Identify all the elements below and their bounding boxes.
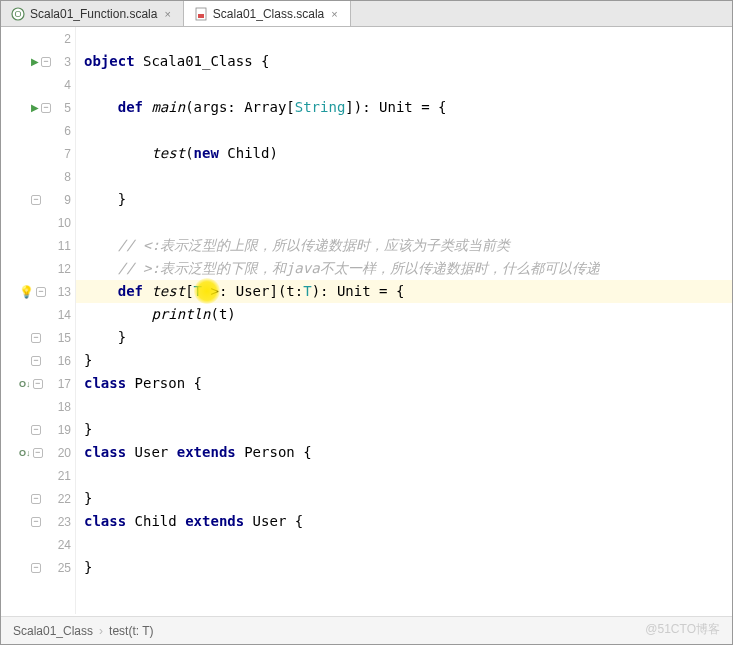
code-line[interactable]: test(new Child) [76, 142, 732, 165]
tab-label: Scala01_Class.scala [213, 7, 324, 21]
tab-function[interactable]: O Scala01_Function.scala × [1, 1, 184, 26]
svg-text:O: O [14, 9, 21, 19]
code-line[interactable] [76, 395, 732, 418]
close-icon[interactable]: × [162, 8, 172, 20]
line-number: 24 [47, 538, 71, 552]
breadcrumb: Scala01_Class › test(t: T) [1, 616, 732, 644]
gutter: 2 3▶− 4 5▶− 6 7 8 9− 10 11 12 13💡− 14 15… [1, 27, 76, 614]
fold-icon[interactable]: − [31, 517, 41, 527]
fold-icon[interactable]: − [31, 356, 41, 366]
fold-icon[interactable]: − [31, 195, 41, 205]
code-line[interactable]: } [76, 326, 732, 349]
code-line[interactable] [76, 165, 732, 188]
code-area[interactable]: object Scala01_Class { def main(args: Ar… [76, 27, 732, 614]
line-number: 11 [47, 239, 71, 253]
scala-object-icon: O [11, 7, 25, 21]
code-line[interactable] [76, 464, 732, 487]
code-line[interactable]: } [76, 349, 732, 372]
code-line[interactable]: } [76, 418, 732, 441]
code-line[interactable]: class Child extends User { [76, 510, 732, 533]
fold-icon[interactable]: − [31, 425, 41, 435]
line-number: 6 [47, 124, 71, 138]
breadcrumb-item[interactable]: Scala01_Class [13, 624, 93, 638]
editor: 2 3▶− 4 5▶− 6 7 8 9− 10 11 12 13💡− 14 15… [1, 27, 732, 614]
run-icon[interactable]: ▶ [31, 56, 39, 67]
code-line[interactable] [76, 211, 732, 234]
code-line[interactable]: class Person { [76, 372, 732, 395]
code-line[interactable] [76, 73, 732, 96]
fold-icon[interactable]: − [36, 287, 46, 297]
run-icon[interactable]: ▶ [31, 102, 39, 113]
code-line[interactable]: } [76, 188, 732, 211]
fold-icon[interactable]: − [31, 494, 41, 504]
line-number: 12 [47, 262, 71, 276]
line-number: 14 [47, 308, 71, 322]
line-number: 18 [47, 400, 71, 414]
line-number: 10 [47, 216, 71, 230]
fold-icon[interactable]: − [41, 57, 51, 67]
fold-icon[interactable]: − [33, 448, 43, 458]
chevron-right-icon: › [99, 624, 103, 638]
line-number: 7 [47, 147, 71, 161]
line-number: 2 [47, 32, 71, 46]
code-line[interactable]: println(t) [76, 303, 732, 326]
code-line[interactable] [76, 27, 732, 50]
line-number: 4 [47, 78, 71, 92]
line-number: 21 [47, 469, 71, 483]
bulb-icon[interactable]: 💡 [19, 285, 34, 299]
tab-class[interactable]: Scala01_Class.scala × [184, 1, 351, 26]
line-number: 8 [47, 170, 71, 184]
tab-bar: O Scala01_Function.scala × Scala01_Class… [1, 1, 732, 27]
svg-rect-3 [198, 14, 204, 18]
breadcrumb-item[interactable]: test(t: T) [109, 624, 153, 638]
code-line[interactable]: } [76, 556, 732, 579]
scala-file-icon [194, 7, 208, 21]
code-line[interactable] [76, 119, 732, 142]
code-line[interactable]: object Scala01_Class { [76, 50, 732, 73]
override-icon[interactable]: O↓ [19, 379, 31, 389]
code-line[interactable]: // >:表示泛型的下限，和java不太一样，所以传递数据时，什么都可以传递 [76, 257, 732, 280]
override-icon[interactable]: O↓ [19, 448, 31, 458]
fold-icon[interactable]: − [41, 103, 51, 113]
code-line[interactable]: // <:表示泛型的上限，所以传递数据时，应该为子类或当前类 [76, 234, 732, 257]
code-line[interactable]: } [76, 487, 732, 510]
close-icon[interactable]: × [329, 8, 339, 20]
fold-icon[interactable]: − [33, 379, 43, 389]
fold-icon[interactable]: − [31, 333, 41, 343]
code-line-current[interactable]: def test[T >: User](t:T): Unit = { [76, 280, 732, 303]
code-line[interactable]: def main(args: Array[String]): Unit = { [76, 96, 732, 119]
code-line[interactable] [76, 533, 732, 556]
code-line[interactable]: class User extends Person { [76, 441, 732, 464]
tab-label: Scala01_Function.scala [30, 7, 157, 21]
fold-icon[interactable]: − [31, 563, 41, 573]
